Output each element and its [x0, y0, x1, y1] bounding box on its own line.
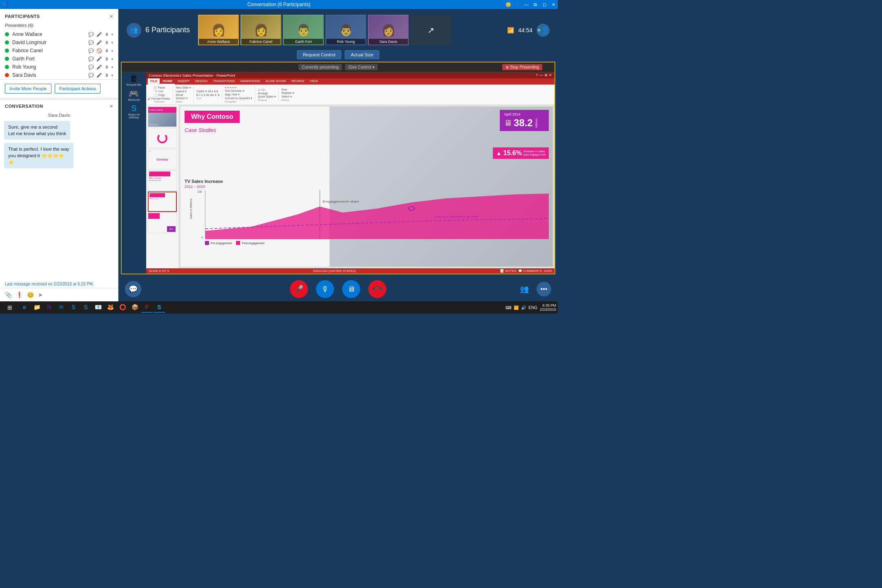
video-icon-fabrice[interactable]: ▪ [111, 48, 113, 53]
slide-thumb-5[interactable]: 5 Why Contoso [148, 192, 177, 212]
taskbar-firefox-icon[interactable]: 🦊 [105, 302, 116, 313]
ppt-slide-content[interactable]: Why Contoso Case Studies April 2014 🖥 [180, 107, 553, 267]
arrange-label[interactable]: Arrange [258, 92, 276, 95]
ppt-minimize-icon[interactable]: — [539, 73, 543, 78]
cut-label[interactable]: ✂ Cut [155, 90, 163, 93]
invite-more-button[interactable]: Invite More People [5, 84, 51, 94]
pause-icon-garth[interactable]: ⏸ [105, 56, 109, 61]
ppt-tab-slideshow[interactable]: SLIDE SHOW [263, 78, 288, 85]
video-thumb-fabrice[interactable]: 👩 Fabrice Canel [241, 15, 281, 45]
video-thumb-rob[interactable]: 👨 Rob Young [325, 15, 366, 45]
paragraph-controls[interactable]: ≡ ≡ ≡ ≡ ≡ [225, 86, 253, 89]
taskbar-explorer-icon[interactable]: 📁 [31, 302, 42, 313]
taskbar-outlook-icon[interactable]: ✉ [56, 302, 67, 313]
actual-size-button[interactable]: Actual Size [345, 50, 379, 59]
restore-icon[interactable]: ◻ [540, 0, 549, 9]
start-button[interactable]: ⊞ [2, 302, 18, 313]
video-thumb-garth[interactable]: 👨 Garth Fort [283, 15, 324, 45]
section-label[interactable]: Section ▾ [176, 97, 191, 100]
chat-icon-rob[interactable]: 💬 [88, 65, 94, 70]
format-painter-label[interactable]: 🖌 Format Painter [148, 97, 170, 100]
quick-styles-label[interactable]: Quick Styles ▾ [258, 95, 276, 98]
convert-smartart-label[interactable]: Convert to SmartArt ▾ [225, 97, 253, 100]
taskbar-chrome-icon[interactable]: ⭕ [117, 302, 128, 313]
taskbar-network-icon[interactable]: 📶 [514, 305, 519, 310]
mic-icon-david[interactable]: 🎤 [96, 40, 102, 45]
participants-count-button[interactable]: 👥 [516, 281, 532, 297]
ppt-tab-file[interactable]: FILE [148, 78, 160, 85]
comments-label[interactable]: 💬 COMMENTS [518, 269, 542, 273]
mic-icon-anne[interactable]: 🎤 [96, 32, 102, 37]
slide-thumb-6[interactable]: 6 38.2 [148, 213, 177, 233]
chat-icon-fabrice[interactable]: 💬 [88, 48, 94, 53]
chat-icon-garth[interactable]: 💬 [88, 56, 94, 62]
participant-actions-button[interactable]: Participant Actions [55, 84, 101, 94]
pause-icon-sara[interactable]: ⏸ [105, 73, 109, 78]
screen-share-button[interactable]: 🖥 [342, 280, 360, 298]
ppt-tab-view[interactable]: VIEW [307, 78, 320, 85]
emoticon-icon[interactable]: 🙂 [504, 0, 513, 9]
conversation-close-button[interactable]: × [110, 103, 113, 109]
mic-icon-garth[interactable]: 🎤 [96, 56, 102, 62]
request-control-button[interactable]: Request Control [297, 50, 342, 59]
pause-icon-fabrice[interactable]: ⏸ [105, 48, 109, 53]
taskbar-clock[interactable]: 6:35 PM 2/23/2015 [540, 303, 556, 312]
ppt-tab-home[interactable]: HOME [160, 78, 175, 85]
skype-desktop-icon[interactable]: S Skype for desktop [123, 104, 145, 119]
mic-muted-icon-fabrice[interactable]: 🚫 [96, 48, 102, 53]
ppt-help-icon[interactable]: ? [536, 73, 538, 78]
taskbar-onenote-icon[interactable]: N [43, 302, 55, 313]
maximize-restore-icon[interactable]: ⧉ [531, 0, 540, 9]
ppt-tab-animations[interactable]: ANIMATIONS [238, 78, 263, 85]
add-person-button[interactable]: +👤 [537, 24, 550, 37]
taskbar-powerpoint-icon[interactable]: P [141, 302, 153, 313]
copy-label[interactable]: 📄 Copy [154, 94, 165, 97]
priority-icon[interactable]: ❗ [16, 292, 23, 298]
ppt-tab-insert[interactable]: INSERT [175, 78, 192, 85]
close-icon[interactable]: ✕ [549, 0, 558, 9]
slide-thumb-2[interactable]: 2 [148, 128, 177, 148]
video-thumb-anne[interactable]: 👩 Anne Wallace [198, 15, 239, 45]
chat-icon-anne[interactable]: 💬 [88, 32, 94, 37]
find-label[interactable]: Find [281, 88, 294, 91]
taskbar-skype-web-icon[interactable]: S [68, 302, 79, 313]
shapes-label[interactable]: △○□▷ [258, 88, 276, 91]
taskbar-skype-active-icon[interactable]: S [154, 302, 165, 313]
mic-icon-rob[interactable]: 🎤 [96, 65, 102, 70]
recycle-bin-icon[interactable]: 🗑 Recycle Bin [127, 74, 142, 86]
video-icon-garth[interactable]: ▪ [111, 56, 113, 61]
mic-icon-sara[interactable]: 🎤 [96, 73, 102, 78]
pause-icon-david[interactable]: ⏸ [105, 40, 109, 45]
stop-presenting-button[interactable]: ⊗ Stop Presenting [502, 64, 542, 70]
ppt-maximize-icon[interactable]: ⧉ [545, 73, 547, 78]
hangup-button[interactable]: 📞 [365, 276, 390, 301]
people-icon[interactable]: 👤 [513, 0, 522, 9]
more-options-button[interactable]: ••• [537, 282, 551, 296]
layout-label[interactable]: Layout ▾ [176, 90, 191, 93]
video-thumb-sara[interactable]: 👩 Sara Davis [368, 15, 409, 45]
video-thumb-extra[interactable]: ↗ [410, 15, 451, 45]
slide-thumb-3[interactable]: 3 Contoso [148, 149, 177, 169]
ppt-tab-transitions[interactable]: TRANSITIONS [210, 78, 237, 85]
emoji-icon[interactable]: 😊 [27, 292, 34, 298]
pause-icon-rob[interactable]: ⏸ [105, 65, 109, 69]
align-text-label[interactable]: Align Text ▾ [225, 93, 253, 96]
replace-label[interactable]: Replace ▾ [281, 91, 294, 95]
slide-thumb-4[interactable]: 4 Why Contoso text text text text [148, 170, 177, 191]
text-direction-label[interactable]: Text Direction ▾ [225, 89, 253, 93]
minimize-icon[interactable]: — [522, 0, 531, 9]
new-slide-label[interactable]: New Slide ▾ [176, 86, 191, 89]
mic-button[interactable]: 🎙 [316, 280, 334, 298]
taskbar-ie-icon[interactable]: e [19, 302, 30, 313]
chat-icon-david[interactable]: 💬 [88, 40, 94, 45]
video-icon-sara[interactable]: ▪ [111, 73, 113, 78]
paste-label[interactable]: 📋 Paste [153, 86, 165, 89]
font-style-controls[interactable]: B I U S AV Aa ✦ A [196, 94, 220, 97]
attachment-icon[interactable]: 📎 [5, 292, 12, 298]
taskbar-skype2-icon[interactable]: S [80, 302, 91, 313]
video-icon-anne[interactable]: ▪ [111, 32, 113, 37]
minecraft-icon[interactable]: 🎮 Minecraft [128, 89, 140, 101]
ppt-tab-review[interactable]: REVIEW [289, 78, 307, 85]
give-control-button[interactable]: Give Control ▾ [345, 64, 377, 70]
video-icon-david[interactable]: ▪ [111, 40, 113, 45]
